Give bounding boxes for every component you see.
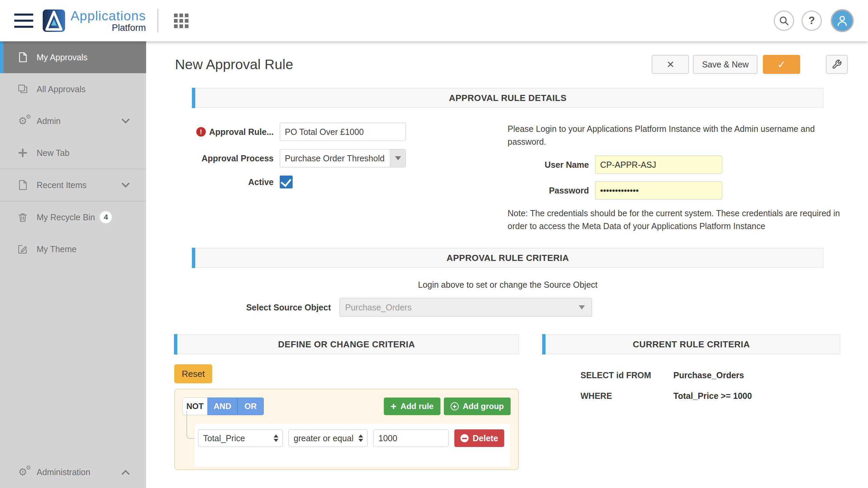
plus-circle-icon — [451, 402, 459, 410]
help-button[interactable]: ? — [802, 11, 822, 31]
top-bar: Applications Platform ? — [0, 0, 868, 41]
condition-toggle-group: NOT AND OR — [182, 398, 264, 415]
define-criteria-panel: DEFINE OR CHANGE CRITERIA Reset NOT AND — [174, 334, 519, 470]
sidebar-item-recent-items[interactable]: Recent Items — [0, 169, 146, 201]
help-icon: ? — [809, 15, 815, 27]
sidebar-item-label: My Recycle Bin — [37, 212, 95, 222]
section-approval-rule-details: APPROVAL RULE DETAILS — [192, 88, 823, 108]
approval-rule-input[interactable] — [280, 123, 406, 141]
search-icon — [778, 15, 789, 26]
file-icon — [17, 52, 28, 63]
sidebar: My Approvals All Approvals ⚙ Admin New T… — [0, 41, 146, 488]
chevron-down-icon — [121, 115, 130, 123]
gears-icon: ⚙ — [17, 466, 28, 478]
copy-icon — [17, 83, 28, 95]
criteria-value: Total_Price >= 1000 — [673, 391, 752, 401]
app-logo[interactable]: Applications Platform — [43, 9, 146, 33]
criteria-value: Purchase_Orders — [673, 370, 744, 380]
rule-row: Total_Price greater or equal Delete — [198, 429, 510, 447]
sidebar-item-new-tab[interactable]: New Tab — [0, 137, 146, 169]
current-criteria-panel: CURRENT RULE CRITERIA SELECT id FROM Pur… — [542, 334, 840, 412]
section-title: APPROVAL RULE DETAILS — [449, 93, 567, 103]
add-group-button[interactable]: Add group — [444, 398, 511, 415]
approval-process-select[interactable]: Purchase Order Threshold — [280, 149, 406, 167]
user-avatar[interactable] — [831, 9, 854, 32]
plus-icon — [17, 147, 28, 159]
sidebar-item-label: Recent Items — [37, 180, 86, 190]
toolbar: ✕ Save & New ✓ — [652, 55, 848, 74]
section-title: DEFINE OR CHANGE CRITERIA — [278, 339, 415, 350]
password-field[interactable] — [595, 181, 722, 200]
section-approval-rule-criteria: APPROVAL RULE CRITERIA — [192, 248, 823, 268]
reset-button[interactable]: Reset — [174, 364, 212, 383]
rule-value-input[interactable] — [373, 429, 449, 447]
hamburger-menu-icon[interactable] — [14, 14, 33, 28]
username-label: User Name — [508, 160, 589, 170]
cancel-button[interactable]: ✕ — [652, 55, 689, 74]
credentials-note: Note: The credentials should be for the … — [508, 207, 843, 232]
delete-rule-button[interactable]: Delete — [454, 429, 504, 447]
rule-field-select[interactable]: Total_Price — [198, 429, 283, 447]
chevron-up-icon — [121, 470, 130, 478]
search-button[interactable] — [774, 11, 794, 31]
minus-circle-icon — [460, 434, 469, 442]
sidebar-item-my-recycle-bin[interactable]: My Recycle Bin 4 — [0, 201, 146, 233]
section-define-or-change-criteria: DEFINE OR CHANGE CRITERIA — [174, 334, 519, 354]
add-rule-button[interactable]: + Add rule — [384, 398, 440, 415]
username-field[interactable] — [595, 156, 722, 174]
sidebar-item-label: Admin — [37, 116, 61, 126]
sidebar-item-label: My Approvals — [37, 53, 87, 62]
logo-text: Applications Platform — [71, 9, 146, 33]
sidebar-item-my-approvals[interactable]: My Approvals — [0, 41, 146, 73]
sidebar-item-label: My Theme — [37, 244, 77, 254]
person-icon — [836, 14, 849, 27]
applications-platform-app: Applications Platform ? — [0, 0, 868, 488]
sidebar-item-label: Administration — [37, 467, 90, 477]
logo-line2: Platform — [112, 23, 146, 33]
section-title: CURRENT RULE CRITERIA — [633, 339, 750, 350]
source-object-hint: Login above to set or change the Source … — [192, 280, 823, 290]
logo-line1: Applications — [71, 9, 146, 22]
rule-fields: ! Approval Rule... Approval Process Purc… — [172, 123, 406, 232]
plus-icon: + — [391, 401, 397, 411]
chevron-down-icon — [121, 179, 130, 187]
select-source-object-label: Select Source Object — [192, 303, 331, 312]
criteria-label: WHERE — [580, 391, 673, 401]
select-spinner-icon — [274, 434, 278, 442]
query-builder: NOT AND OR + Add rul — [174, 389, 519, 470]
login-panel: Please Login to your Applications Platfo… — [508, 123, 843, 232]
sidebar-item-admin[interactable]: ⚙ Admin — [0, 105, 146, 137]
password-label: Password — [508, 186, 589, 196]
file-icon — [17, 179, 28, 191]
app-launcher-grid-icon[interactable] — [174, 14, 189, 28]
dropdown-arrow-icon — [390, 149, 406, 167]
trash-icon — [17, 211, 28, 223]
required-icon: ! — [196, 127, 206, 137]
source-object-select[interactable]: Purchase_Orders — [339, 298, 592, 317]
sidebar-item-all-approvals[interactable]: All Approvals — [0, 73, 146, 105]
x-icon: ✕ — [667, 59, 674, 70]
save-and-new-button[interactable]: Save & New — [693, 55, 757, 74]
wrench-icon — [832, 59, 842, 69]
rule-operator-select[interactable]: greater or equal — [289, 429, 368, 447]
section-current-rule-criteria: CURRENT RULE CRITERIA — [542, 334, 840, 354]
or-toggle-button[interactable]: OR — [237, 398, 264, 415]
active-checkbox[interactable] — [280, 176, 293, 188]
sidebar-item-my-theme[interactable]: My Theme — [0, 233, 146, 265]
dropdown-arrow-icon — [579, 305, 585, 309]
edit-icon — [17, 243, 28, 255]
section-title: APPROVAL RULE CRITERIA — [447, 253, 569, 263]
sidebar-item-administration[interactable]: ⚙ Administration — [0, 456, 146, 488]
check-icon: ✓ — [777, 59, 786, 70]
logo-icon — [43, 9, 65, 32]
save-button[interactable]: ✓ — [763, 55, 800, 74]
gears-icon: ⚙ — [17, 115, 28, 127]
approval-rule-label: Approval Rule... — [209, 127, 274, 137]
login-instruction: Please Login to your Applications Platfo… — [508, 123, 843, 148]
criteria-row-select: SELECT id FROM Purchase_Orders — [580, 370, 840, 380]
and-toggle-button[interactable]: AND — [208, 398, 237, 415]
main-content: New Approval Rule ✕ Save & New ✓ — [146, 41, 868, 488]
recycle-bin-count-badge: 4 — [100, 211, 112, 223]
settings-button[interactable] — [826, 55, 848, 74]
approval-process-label: Approval Process — [201, 154, 274, 163]
